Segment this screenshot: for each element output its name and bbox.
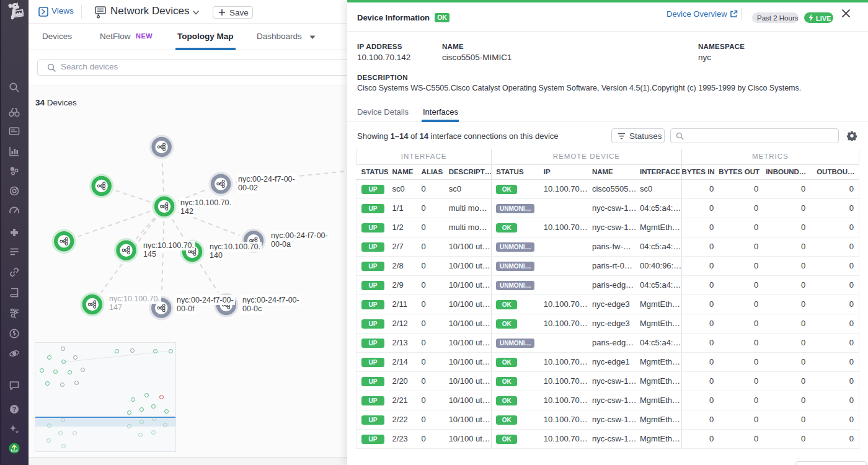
svg-text:?: ? (12, 405, 16, 413)
